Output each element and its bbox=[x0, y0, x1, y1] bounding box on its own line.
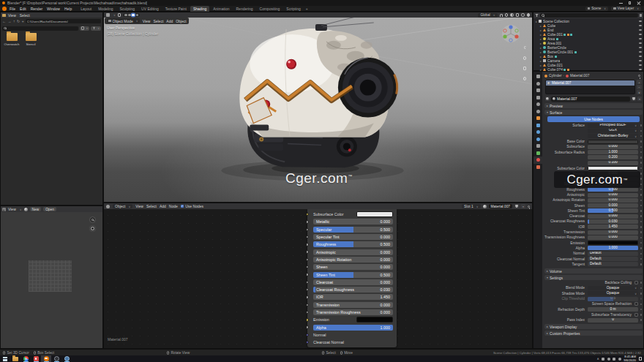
socket-icon[interactable] bbox=[306, 333, 309, 336]
tab-modeling[interactable]: Modeling bbox=[95, 6, 116, 12]
node-input-subsurface-color[interactable]: Subsurface Color bbox=[307, 211, 397, 218]
prop-christensen-burley[interactable]: Christensen-Burley∨ bbox=[542, 134, 644, 139]
prop-clip-threshold[interactable]: Clip Threshold0.5 bbox=[542, 296, 644, 301]
decorator-dot[interactable] bbox=[640, 309, 643, 311]
properties-tab-scene[interactable] bbox=[533, 101, 542, 108]
image-datablock-icon[interactable] bbox=[24, 208, 28, 211]
socket-icon[interactable] bbox=[306, 325, 309, 328]
prop-sheen[interactable]: Sheen0.000 bbox=[542, 203, 644, 208]
disclosure-icon[interactable]: ▸ bbox=[539, 46, 542, 50]
prop-ggx[interactable]: GGX∨ bbox=[542, 128, 644, 133]
prop-slider[interactable]: 0.100 bbox=[588, 161, 638, 165]
node-input-sheen-tint[interactable]: Sheen Tint0.500 bbox=[307, 271, 397, 278]
new-folder-icon[interactable]: + bbox=[22, 20, 24, 23]
node-slider[interactable]: IOR1.450 bbox=[313, 294, 393, 300]
sh-menu-add[interactable]: Add bbox=[160, 204, 166, 208]
node-input-specular-tint[interactable]: Specular Tint0.000 bbox=[307, 233, 397, 241]
zoom-tool-button[interactable] bbox=[89, 216, 96, 223]
prop-vector[interactable]: Default bbox=[588, 257, 638, 261]
socket-icon[interactable] bbox=[306, 228, 309, 231]
prop-slider[interactable]: 0.000 bbox=[588, 235, 638, 240]
disclosure-icon[interactable]: ▸ bbox=[539, 55, 542, 59]
notification-center-icon[interactable] bbox=[639, 357, 643, 361]
slot-specials-button[interactable]: ∨ bbox=[637, 90, 642, 94]
prop-blend-mode[interactable]: Blend ModeOpaque∨ bbox=[542, 285, 644, 290]
close-icon[interactable] bbox=[637, 1, 640, 5]
node-input-sheen[interactable]: Sheen0.000 bbox=[307, 263, 397, 271]
rendered-shading-icon[interactable] bbox=[136, 14, 139, 17]
prop-slider[interactable]: 1.000 bbox=[588, 246, 638, 250]
shader-type-selector[interactable]: Object ∨ bbox=[113, 204, 132, 208]
visibility-eye-icon[interactable] bbox=[639, 38, 643, 40]
decorator-dot[interactable] bbox=[640, 146, 643, 148]
socket-icon[interactable] bbox=[306, 295, 309, 298]
node-input-anisotropic[interactable]: Anisotropic0.000 bbox=[307, 248, 397, 255]
prop-vector[interactable]: Default bbox=[588, 252, 638, 256]
properties-tab-render[interactable] bbox=[533, 80, 542, 88]
new-image-button[interactable]: New bbox=[30, 207, 42, 211]
prop-tangent[interactable]: TangentDefault bbox=[542, 262, 644, 267]
prop-slider[interactable]: 0 bbox=[588, 318, 638, 323]
wireframe-shading-icon[interactable] bbox=[124, 14, 127, 17]
prop-0-200[interactable]: 0.200 bbox=[542, 155, 644, 160]
prop-slider[interactable]: 1.000 bbox=[588, 150, 638, 154]
viewport-editor-icon[interactable] bbox=[106, 13, 110, 17]
socket-icon[interactable] bbox=[306, 235, 309, 238]
prop-subsurface-translucency[interactable]: Subsurface Translucency bbox=[542, 312, 644, 317]
shader-editor-icon[interactable] bbox=[106, 205, 110, 208]
prop-subsurface[interactable]: Subsurface0.000 bbox=[542, 144, 644, 149]
maximize-icon[interactable] bbox=[628, 1, 632, 5]
prop-slider[interactable]: 0.200 bbox=[588, 155, 638, 159]
properties-tab-constraints[interactable] bbox=[533, 143, 542, 150]
properties-tab-world[interactable] bbox=[533, 108, 542, 116]
shader-editor[interactable]: Object ∨ ViewSelectAddNode Use Nodes Slo… bbox=[103, 203, 533, 349]
mode-selector[interactable]: Object Mode ∨ bbox=[107, 18, 140, 23]
tray-clock[interactable]: 8:45 AM 9/6/2020 bbox=[624, 355, 636, 362]
menu-edit[interactable]: Edit bbox=[20, 7, 26, 11]
disclosure-icon[interactable]: ▸ bbox=[535, 20, 538, 23]
node-slider[interactable]: Transmission Roughness0.000 bbox=[313, 309, 393, 315]
disclosure-icon[interactable]: ▸ bbox=[539, 50, 542, 54]
material-name-field[interactable]: Material.007 bbox=[489, 204, 512, 208]
section-surface[interactable]: ▾ Surface bbox=[544, 110, 643, 115]
slot-selector[interactable]: Slot 1 ∨ bbox=[462, 204, 481, 208]
socket-icon[interactable] bbox=[306, 220, 309, 223]
properties-tab-particles[interactable] bbox=[533, 129, 542, 136]
prop-slider[interactable]: 0.000 bbox=[588, 198, 638, 203]
checkbox-icon[interactable] bbox=[634, 313, 638, 317]
folder-overwatch[interactable]: Overwatch bbox=[4, 33, 20, 46]
node-slider[interactable]: Sheen0.000 bbox=[313, 264, 393, 270]
prop-screen-space-refraction[interactable]: Screen Space Refraction bbox=[542, 301, 644, 306]
menu-render[interactable]: Render bbox=[31, 7, 42, 11]
node-input-transmission[interactable]: Transmission0.000 bbox=[307, 301, 397, 309]
tab-texture-paint[interactable]: Texture Paint bbox=[162, 6, 190, 12]
disclosure-icon[interactable]: ▸ bbox=[539, 64, 542, 67]
prop-anisotropic-rotation[interactable]: Anisotropic Rotation0.000 bbox=[542, 197, 644, 203]
add-workspace-button[interactable]: + bbox=[304, 7, 310, 11]
decorator-dot[interactable] bbox=[640, 242, 643, 244]
decorator-dot[interactable] bbox=[640, 135, 643, 137]
unlink-button[interactable]: × bbox=[637, 97, 642, 101]
file-browser-editor-icon[interactable] bbox=[2, 14, 6, 17]
unlink-material-button[interactable]: × bbox=[521, 204, 525, 208]
prop-surface[interactable]: SurfacePrincipled BSDF∨ bbox=[542, 123, 644, 128]
visibility-eye-icon[interactable] bbox=[639, 56, 643, 58]
tab-layout[interactable]: Layout bbox=[78, 6, 94, 12]
solid-shading-icon[interactable] bbox=[128, 14, 131, 17]
prop-clearcoat[interactable]: Clearcoat0.000 bbox=[542, 214, 644, 219]
breadcrumb-object[interactable]: Cylinder bbox=[549, 74, 562, 78]
sh-menu-node[interactable]: Node bbox=[169, 204, 178, 208]
display-mode-button[interactable]: ∨ bbox=[80, 26, 89, 31]
node-input-roughness[interactable]: Roughness0.500 bbox=[307, 241, 397, 248]
node-input-clearcoat-roughness[interactable]: Clearcoat Roughness0.030 bbox=[307, 286, 397, 293]
prop-slider[interactable]: 0.500 bbox=[588, 208, 638, 213]
node-slider[interactable]: Anisotropic0.000 bbox=[313, 249, 393, 255]
checkbox-icon[interactable] bbox=[634, 302, 638, 306]
socket-icon[interactable] bbox=[306, 341, 309, 344]
vp-menu-add[interactable]: Add bbox=[166, 19, 173, 23]
prop-normal[interactable]: NormalDefault bbox=[542, 251, 644, 256]
decorator-dot[interactable] bbox=[640, 298, 643, 300]
open-image-button[interactable]: Open bbox=[43, 207, 56, 211]
prop-refraction-depth[interactable]: Refraction Depth0 m bbox=[542, 307, 644, 312]
taskbar-app-blue[interactable] bbox=[61, 355, 72, 362]
